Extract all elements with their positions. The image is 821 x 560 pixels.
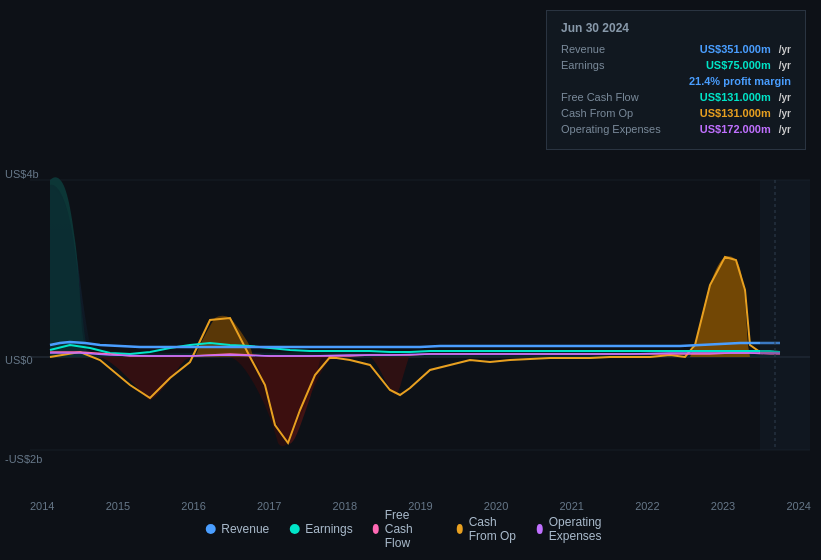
legend-item-opex[interactable]: Operating Expenses	[537, 515, 616, 543]
tooltip-title: Jun 30 2024	[561, 21, 791, 35]
tooltip-row-cashop: Cash From Op US$131.000m /yr	[561, 107, 791, 119]
tooltip-label-fcf: Free Cash Flow	[561, 91, 671, 103]
chart-container: Jun 30 2024 Revenue US$351.000m /yr Earn…	[0, 0, 821, 560]
tooltip-label-opex: Operating Expenses	[561, 123, 671, 135]
legend-dot-cashop	[457, 524, 463, 534]
legend-label-opex: Operating Expenses	[549, 515, 616, 543]
legend-label-earnings: Earnings	[305, 522, 352, 536]
chart-legend: Revenue Earnings Free Cash Flow Cash Fro…	[205, 508, 616, 550]
tooltip-value-revenue: US$351.000m /yr	[700, 43, 791, 55]
legend-item-cashop[interactable]: Cash From Op	[457, 515, 517, 543]
x-label-2014: 2014	[30, 500, 54, 512]
tooltip-label-earnings: Earnings	[561, 59, 671, 71]
legend-dot-revenue	[205, 524, 215, 534]
legend-item-fcf[interactable]: Free Cash Flow	[373, 508, 437, 550]
svg-rect-4	[760, 180, 810, 450]
tooltip-value-fcf: US$131.000m /yr	[700, 91, 791, 103]
tooltip-row-earnings: Earnings US$75.000m /yr	[561, 59, 791, 71]
tooltip-box: Jun 30 2024 Revenue US$351.000m /yr Earn…	[546, 10, 806, 150]
x-label-2015: 2015	[106, 500, 130, 512]
legend-label-fcf: Free Cash Flow	[385, 508, 437, 550]
tooltip-row-fcf: Free Cash Flow US$131.000m /yr	[561, 91, 791, 103]
x-label-2024: 2024	[786, 500, 810, 512]
legend-dot-opex	[537, 524, 543, 534]
x-label-2023: 2023	[711, 500, 735, 512]
legend-dot-fcf	[373, 524, 379, 534]
legend-dot-earnings	[289, 524, 299, 534]
tooltip-row-opex: Operating Expenses US$172.000m /yr	[561, 123, 791, 135]
x-label-2016: 2016	[181, 500, 205, 512]
profit-margin-row: 21.4% profit margin	[561, 75, 791, 87]
legend-item-revenue[interactable]: Revenue	[205, 522, 269, 536]
tooltip-label-revenue: Revenue	[561, 43, 671, 55]
chart-svg	[0, 160, 821, 490]
legend-label-cashop: Cash From Op	[469, 515, 517, 543]
tooltip-label-cashop: Cash From Op	[561, 107, 671, 119]
legend-label-revenue: Revenue	[221, 522, 269, 536]
tooltip-value-earnings: US$75.000m /yr	[706, 59, 791, 71]
tooltip-value-opex: US$172.000m /yr	[700, 123, 791, 135]
x-label-2022: 2022	[635, 500, 659, 512]
profit-margin-badge: 21.4% profit margin	[689, 75, 791, 87]
tooltip-value-cashop: US$131.000m /yr	[700, 107, 791, 119]
tooltip-row-revenue: Revenue US$351.000m /yr	[561, 43, 791, 55]
legend-item-earnings[interactable]: Earnings	[289, 522, 352, 536]
